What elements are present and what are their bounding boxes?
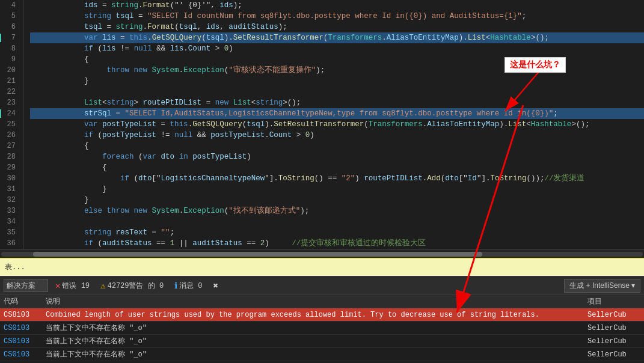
code-editor[interactable]: 4 5 6 7 8 9 20 21 22 23 24 25 26 27 28 2… — [0, 0, 644, 249]
error-code-0: CS8103 — [0, 311, 42, 319]
annotation: 这是什么坑？ — [504, 57, 566, 73]
line-num-34: 34 — [0, 216, 19, 227]
error-icon: ✕ — [55, 281, 60, 291]
line-num-25: 25 — [0, 119, 19, 130]
error-proj-2: SellerCub — [584, 337, 644, 346]
build-label: 生成 + IntelliSense — [569, 281, 630, 291]
error-desc-3: 当前上下文中不存在名称 "_o" — [42, 349, 584, 359]
error-proj-3: SellerCub — [584, 350, 644, 359]
line-num-35: 35 — [0, 227, 19, 238]
build-button[interactable]: 生成 + IntelliSense ▾ — [564, 279, 640, 293]
build-dropdown-arrow[interactable]: ▾ — [631, 281, 635, 290]
error-row-1[interactable]: CS0103 当前上下文中不存在名称 "_o" SellerCub — [0, 322, 644, 335]
line-num-28: 28 — [0, 151, 19, 162]
bottom-bar: 表... — [0, 258, 644, 276]
error-rows: CS8103 Combined length of user strings u… — [0, 308, 644, 363]
code-line-36: if (auditStatus == 1 || auditStatus == 2… — [30, 238, 644, 249]
line-num-26: 26 — [0, 130, 19, 141]
code-line-35: string resText = ""; — [30, 227, 644, 238]
error-row-0[interactable]: CS8103 Combined length of user strings u… — [0, 308, 644, 322]
code-line-21: } — [30, 76, 644, 87]
code-line-26: if (postTypeList != null && postTypeList… — [30, 130, 644, 141]
code-line-25: var postTypeList = this.GetSQLQuery(tsql… — [30, 119, 644, 130]
line-num-20: 20 — [0, 65, 19, 76]
header-code: 代码 — [0, 296, 42, 307]
code-line-8: if (lis != null && lis.Count > 0) — [30, 43, 644, 54]
line-num-4: 4 — [0, 0, 19, 11]
error-code-1: CS0103 — [0, 324, 42, 332]
line-num-24: 24 — [0, 108, 19, 119]
code-line-6: tsql = string.Format(tsql, ids, auditSta… — [30, 22, 644, 32]
warning-filter[interactable]: ⚠ 42729警告 的 0 — [97, 279, 167, 292]
error-desc-1: 当前上下文中不存在名称 "_o" — [42, 323, 584, 333]
warning-icon: ⚠ — [100, 281, 105, 291]
code-line-22 — [30, 87, 644, 97]
error-row-3[interactable]: CS0103 当前上下文中不存在名称 "_o" SellerCub — [0, 348, 644, 361]
code-line-23: List<string> routePtIDList = new List<st… — [30, 97, 644, 108]
error-row-2[interactable]: CS0103 当前上下文中不存在名称 "_o" SellerCub — [0, 335, 644, 348]
info-icon: ℹ — [174, 281, 177, 291]
scrollbar-track[interactable] — [1, 252, 643, 257]
code-content[interactable]: ids = string.Format("' {0}'", ids); stri… — [24, 0, 644, 249]
code-line-37: { — [30, 249, 644, 249]
code-line-27: { — [30, 141, 644, 151]
error-proj-0: SellerCub — [584, 311, 644, 319]
header-proj: 项目 — [584, 296, 644, 307]
header-desc: 说明 — [42, 296, 584, 307]
error-filter[interactable]: ✕ 错误 19 — [52, 279, 93, 292]
clear-button[interactable]: ✖ — [210, 279, 222, 292]
solution-dropdown[interactable]: 解决方案 — [4, 279, 48, 292]
code-line-5: string tsql = "SELECT Id countNum from s… — [30, 11, 644, 22]
code-line-34 — [30, 216, 644, 227]
clear-icon: ✖ — [213, 281, 218, 291]
error-toolbar[interactable]: 解决方案 ✕ 错误 19 ⚠ 42729警告 的 0 ℹ 消息 0 ✖ 生成 +… — [0, 276, 644, 295]
line-num-7: 7 — [0, 32, 19, 43]
code-line-32: } — [30, 195, 644, 206]
line-num-32: 32 — [0, 195, 19, 206]
code-line-28: foreach (var dto in postTypeList) — [30, 151, 644, 162]
info-label: 消息 0 — [179, 281, 202, 291]
error-code-3: CS0103 — [0, 350, 42, 359]
warning-label: 42729警告 的 0 — [107, 281, 164, 291]
scrollbar-thumb[interactable] — [33, 252, 482, 257]
line-num-37: 37 — [0, 249, 19, 249]
error-code-2: CS0103 — [0, 337, 42, 346]
error-desc-2: 当前上下文中不存在名称 "_o" — [42, 336, 584, 346]
code-line-29: { — [30, 162, 644, 173]
error-proj-1: SellerCub — [584, 324, 644, 332]
line-num-5: 5 — [0, 11, 19, 22]
code-line-31: } — [30, 184, 644, 195]
line-num-8: 8 — [0, 43, 19, 54]
code-line-33: else throw new System.Exception("找不到该邮递方… — [30, 206, 644, 216]
bottom-bar-text: 表... — [5, 262, 25, 272]
line-num-6: 6 — [0, 22, 19, 32]
line-num-33: 33 — [0, 206, 19, 216]
error-table-header: 代码 说明 项目 — [0, 295, 644, 308]
line-num-29: 29 — [0, 162, 19, 173]
line-num-21: 21 — [0, 76, 19, 87]
error-label: 错误 19 — [62, 281, 90, 291]
annotation-text: 这是什么坑？ — [504, 57, 566, 73]
code-line-7: var lis = this.GetSQLQuery(tsql).SetResu… — [30, 32, 644, 43]
code-line-24: strSql = "SELECT Id,AuditStatus,Logistic… — [30, 108, 644, 119]
line-numbers: 4 5 6 7 8 9 20 21 22 23 24 25 26 27 28 2… — [0, 0, 24, 249]
line-num-22: 22 — [0, 87, 19, 97]
line-num-9: 9 — [0, 54, 19, 65]
line-num-27: 27 — [0, 141, 19, 151]
line-num-30: 30 — [0, 173, 19, 184]
code-line-4: ids = string.Format("' {0}'", ids); — [30, 0, 644, 11]
info-filter[interactable]: ℹ 消息 0 — [171, 279, 206, 292]
horizontal-scrollbar[interactable] — [0, 249, 644, 258]
line-num-23: 23 — [0, 97, 19, 108]
code-line-30: if (dto["LogisticsChanneltypeNew"].ToStr… — [30, 173, 644, 184]
error-table: 代码 说明 项目 CS8103 Combined length of user … — [0, 295, 644, 363]
line-num-36: 36 — [0, 238, 19, 249]
line-num-31: 31 — [0, 184, 19, 195]
error-desc-0: Combined length of user strings used by … — [42, 311, 584, 319]
